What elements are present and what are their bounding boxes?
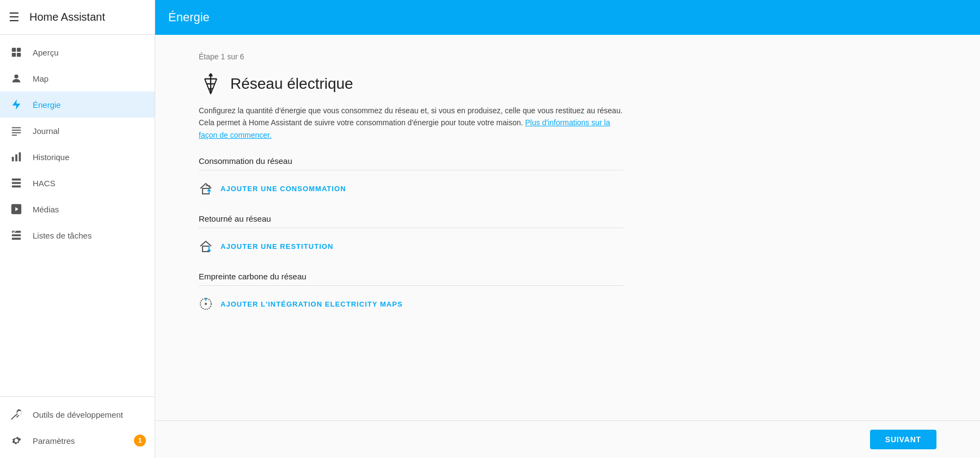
svg-line-21 [11, 416, 15, 419]
lightning-icon [9, 99, 24, 111]
svg-point-39 [205, 303, 207, 305]
svg-rect-13 [12, 179, 21, 181]
subsection-empreinte-title: Empreinte carbone du réseau [199, 272, 936, 281]
sidebar-bottom: Outils de développement Paramètres 1 [0, 396, 155, 458]
svg-line-29 [215, 79, 217, 84]
svg-rect-3 [17, 53, 21, 57]
section-heading: Réseau électrique [230, 75, 353, 93]
sidebar-item-map[interactable]: Map [0, 65, 155, 91]
sidebar-item-medias[interactable]: Médias [0, 196, 155, 222]
divider-consommation [199, 170, 623, 170]
sidebar-item-journal[interactable]: Journal [0, 118, 155, 144]
electrical-tower-icon [199, 72, 223, 96]
add-consommation-row[interactable]: AJOUTER UNE CONSOMMATION [199, 178, 623, 199]
sidebar-header: ☰ Home Assistant [0, 0, 155, 35]
svg-line-30 [207, 84, 209, 89]
add-retourne-label: AJOUTER UNE RESTITUTION [220, 242, 333, 251]
sidebar-item-apercu[interactable]: Aperçu [0, 39, 155, 65]
svg-rect-20 [12, 238, 21, 240]
bottom-bar: SUIVANT [155, 420, 980, 458]
svg-rect-10 [12, 157, 14, 161]
add-retourne-row[interactable]: AJOUTER UNE RESTITUTION [199, 236, 623, 257]
app-title: Home Assistant [29, 11, 105, 23]
topbar-title: Énergie [168, 10, 210, 25]
subsection-consommation-title: Consommation du réseau [199, 156, 936, 166]
sidebar-item-listes[interactable]: Listes de tâches [0, 222, 155, 248]
content-area: Étape 1 sur 6 [155, 35, 980, 420]
bar-chart-icon [9, 151, 24, 163]
svg-rect-19 [12, 234, 21, 236]
add-empreinte-label: AJOUTER L'INTÉGRATION ELECTRICITY MAPS [220, 300, 403, 308]
list-icon [9, 125, 24, 137]
play-icon [9, 203, 24, 215]
sidebar: ☰ Home Assistant Aperçu Map Énergie [0, 0, 155, 458]
add-empreinte-row[interactable]: AJOUTER L'INTÉGRATION ELECTRICITY MAPS [199, 294, 623, 314]
wrench-icon [9, 408, 24, 420]
menu-icon[interactable]: ☰ [9, 10, 20, 25]
svg-point-4 [14, 75, 18, 78]
sidebar-item-apercu-label: Aperçu [33, 48, 146, 57]
house-out-icon [199, 239, 213, 253]
grid-icon [9, 46, 24, 58]
sidebar-item-parametres-label: Paramètres [33, 436, 134, 445]
subsection-consommation: Consommation du réseau AJOUTER UNE CONSO… [199, 156, 936, 199]
subsection-retourne-title: Retourné au réseau [199, 214, 936, 223]
topbar: Énergie [155, 0, 980, 35]
sidebar-item-outils[interactable]: Outils de développement [0, 401, 155, 428]
sidebar-item-energie[interactable]: Énergie [0, 91, 155, 118]
svg-rect-6 [12, 127, 21, 129]
sidebar-item-historique-label: Historique [33, 152, 146, 162]
hacs-icon [9, 177, 24, 189]
sidebar-item-historique[interactable]: Historique [0, 144, 155, 170]
sidebar-item-hacs[interactable]: HACS [0, 170, 155, 196]
svg-rect-14 [12, 182, 21, 184]
description-text: Configurez la quantité d'énergie que vou… [199, 105, 623, 141]
subsection-retourne: Retourné au réseau AJOUTER UNE RESTITUTI… [199, 214, 936, 257]
add-consommation-label: AJOUTER UNE CONSOMMATION [220, 185, 346, 193]
divider-empreinte [199, 285, 623, 286]
checklist-icon [9, 229, 24, 241]
sidebar-item-listes-label: Listes de tâches [33, 231, 146, 240]
main-content: Énergie Étape 1 sur 6 [155, 0, 980, 458]
person-icon [9, 72, 24, 84]
svg-rect-8 [12, 132, 21, 133]
svg-line-28 [205, 79, 207, 84]
svg-rect-7 [12, 130, 21, 131]
suivant-button[interactable]: SUIVANT [870, 430, 936, 449]
house-in-icon [199, 181, 213, 196]
svg-marker-5 [13, 100, 21, 109]
sidebar-item-medias-label: Médias [33, 205, 146, 214]
sidebar-item-energie-label: Énergie [33, 100, 146, 109]
svg-rect-0 [12, 48, 16, 52]
sidebar-nav: Aperçu Map Énergie Journal [0, 35, 155, 396]
subsection-empreinte: Empreinte carbone du réseau AJOUTER L'IN… [199, 272, 936, 314]
sidebar-item-hacs-label: HACS [33, 179, 146, 188]
gear-icon [9, 435, 24, 447]
sidebar-item-parametres[interactable]: Paramètres 1 [0, 428, 155, 454]
svg-rect-1 [17, 48, 21, 52]
sidebar-item-map-label: Map [33, 74, 146, 83]
svg-rect-2 [12, 53, 16, 57]
sidebar-item-journal-label: Journal [33, 126, 146, 136]
electricity-maps-icon [199, 297, 213, 311]
svg-rect-15 [12, 186, 21, 188]
divider-retourne [199, 228, 623, 228]
svg-rect-11 [15, 154, 17, 161]
svg-rect-9 [12, 135, 17, 136]
step-label: Étape 1 sur 6 [199, 52, 936, 61]
svg-line-31 [213, 84, 215, 89]
svg-rect-12 [19, 152, 21, 162]
section-title-row: Réseau électrique [199, 72, 936, 96]
sidebar-item-outils-label: Outils de développement [33, 410, 146, 419]
parametres-badge: 1 [134, 435, 146, 447]
